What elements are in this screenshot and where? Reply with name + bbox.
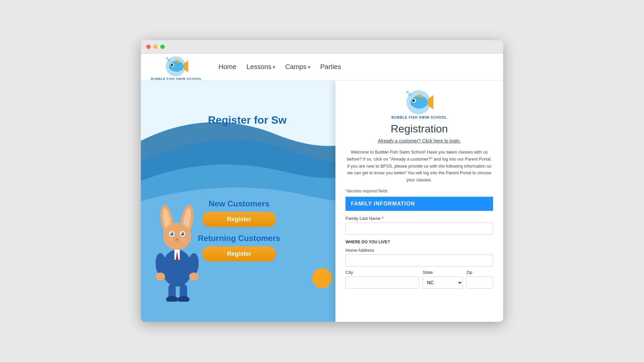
registration-description: Welcome to Bubble Fish Swim School! Have… — [345, 149, 493, 184]
hero-headline: Register for Sw — [208, 114, 287, 126]
svg-point-41 — [407, 92, 409, 93]
registration-panel: BUBBLE FISH SWIM SCHOOL Registration Alr… — [335, 80, 503, 322]
nav-links: Home Lessons ▾ Camps ▾ Parties — [219, 63, 341, 71]
logo-area: BUBBLE FISH SWIM SCHOOL — [151, 54, 202, 80]
svg-point-33 — [177, 296, 190, 302]
svg-point-13 — [163, 223, 191, 250]
website: BUBBLE FISH SWIM SCHOOL Home Lessons ▾ C… — [141, 54, 503, 322]
city-input[interactable] — [345, 277, 419, 289]
svg-point-32 — [166, 296, 178, 302]
browser-window: BUBBLE FISH SWIM SCHOOL Home Lessons ▾ C… — [141, 40, 503, 322]
svg-point-22 — [181, 238, 187, 242]
hero-section: Register for Sw New Customers Register R… — [141, 80, 503, 322]
state-field: State NC ALAKAZAR CACOCTDE FLGAHIID ILIN… — [423, 270, 463, 289]
city-label: City — [345, 270, 419, 275]
new-customers-title: New Customers — [209, 199, 269, 208]
zip-input[interactable] — [466, 277, 493, 289]
returning-customers-block: Returning Customers Register — [198, 234, 280, 261]
nav-home[interactable]: Home — [219, 63, 236, 71]
yellow-circle-decoration — [312, 268, 332, 288]
returning-customers-register-button[interactable]: Register — [202, 246, 276, 261]
maximize-button[interactable] — [160, 45, 165, 49]
svg-point-16 — [170, 233, 172, 234]
nav-parties[interactable]: Parties — [320, 63, 341, 71]
new-customers-register-button[interactable]: Register — [202, 212, 276, 227]
new-customers-block: New Customers Register — [202, 199, 276, 227]
svg-point-20 — [175, 238, 179, 240]
svg-point-19 — [181, 233, 182, 234]
home-address-input[interactable] — [345, 254, 493, 266]
svg-point-1 — [169, 61, 184, 72]
home-address-label: Home Address — [345, 248, 493, 253]
svg-point-29 — [189, 273, 199, 281]
lessons-chevron-icon: ▾ — [273, 64, 275, 70]
main-logo-text: BUBBLE FISH SWIM SCHOOL — [151, 77, 202, 80]
family-last-name-label: Family Last Name * — [345, 216, 493, 221]
reg-logo-area: BUBBLE FISH SWIM SCHOOL — [345, 87, 493, 119]
browser-titlebar — [141, 40, 503, 54]
svg-point-7 — [166, 58, 168, 59]
navbar: BUBBLE FISH SWIM SCHOOL Home Lessons ▾ C… — [141, 54, 503, 80]
required-asterisk: * — [382, 216, 383, 221]
reg-fish-logo — [402, 87, 436, 116]
minimize-button[interactable] — [153, 45, 158, 49]
registration-title: Registration — [345, 123, 493, 135]
address-row: City State NC ALAKAZAR CACOCTDE FLGAHIID — [345, 270, 493, 289]
customers-section: New Customers Register Returning Custome… — [198, 199, 280, 261]
where-live-group: WHERE DO YOU LIVE? Home Address City Sta… — [345, 240, 493, 289]
svg-point-5 — [171, 64, 173, 66]
fish-logo-main — [163, 54, 190, 77]
camps-chevron-icon: ▾ — [308, 64, 310, 70]
login-link[interactable]: Already a customer? Click here to login. — [378, 138, 461, 143]
reg-logo-text: BUBBLE FISH SWIM SCHOOL — [391, 116, 447, 119]
where-live-label: WHERE DO YOU LIVE? — [345, 240, 493, 244]
browser-content: BUBBLE FISH SWIM SCHOOL Home Lessons ▾ C… — [141, 54, 503, 322]
bunny-svg — [151, 201, 205, 302]
nav-lessons[interactable]: Lessons ▾ — [247, 63, 275, 71]
svg-point-15 — [170, 232, 173, 236]
city-field: City — [345, 270, 419, 289]
family-last-name-group: Family Last Name * — [345, 216, 493, 235]
state-select[interactable]: NC ALAKAZAR CACOCTDE FLGAHIID ILINIAKS K… — [423, 277, 463, 289]
nav-camps[interactable]: Camps ▾ — [285, 63, 310, 71]
zip-field: Zip — [466, 270, 493, 289]
svg-point-18 — [181, 232, 184, 236]
state-label: State — [423, 270, 463, 275]
svg-point-28 — [156, 273, 165, 281]
svg-point-39 — [413, 100, 415, 102]
required-note: *denotes required fields — [345, 189, 493, 193]
close-button[interactable] — [146, 45, 151, 49]
svg-point-21 — [167, 238, 173, 242]
login-link-area: Already a customer? Click here to login. — [345, 138, 493, 144]
bunny-character — [151, 201, 205, 302]
family-info-header: FAMILY INFORMATION — [345, 197, 493, 211]
zip-label: Zip — [466, 270, 493, 275]
returning-customers-title: Returning Customers — [198, 234, 280, 243]
family-last-name-input[interactable] — [345, 223, 493, 235]
